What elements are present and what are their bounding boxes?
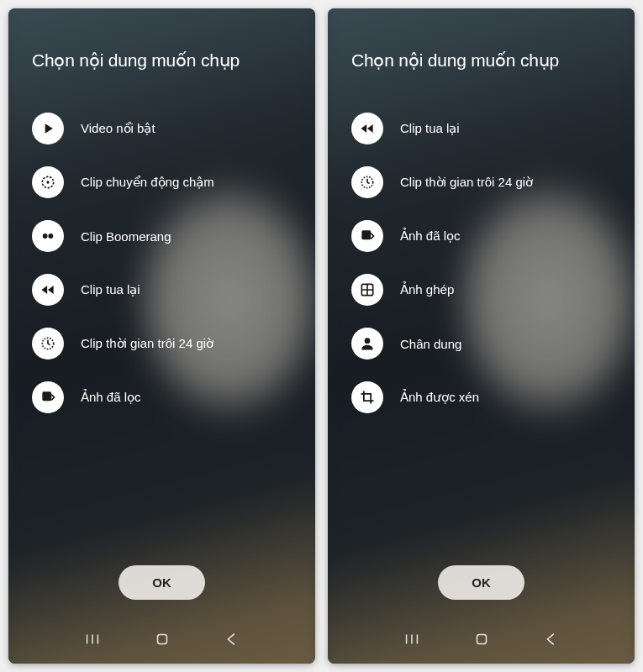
page-title: Chọn nội dung muốn chụp	[32, 50, 292, 71]
option-video-highlight[interactable]: Video nổi bật	[32, 113, 292, 144]
boomerang-icon	[32, 220, 64, 252]
option-label: Video nổi bật	[81, 121, 155, 136]
page-title: Chọn nội dung muốn chụp	[351, 50, 611, 71]
crop-icon	[351, 381, 383, 413]
option-timelapse[interactable]: Clip thời gian trôi 24 giờ	[351, 166, 611, 198]
svg-point-2	[43, 234, 48, 239]
collage-icon	[351, 274, 383, 306]
svg-point-3	[48, 234, 53, 239]
option-rewind[interactable]: Clip tua lại	[351, 113, 611, 144]
filter-icon	[32, 381, 64, 413]
svg-rect-8	[361, 230, 371, 239]
option-label: Clip thời gian trôi 24 giờ	[81, 336, 213, 351]
option-filtered[interactable]: Ảnh đã lọc	[351, 220, 611, 252]
svg-rect-6	[157, 635, 166, 644]
option-label: Clip thời gian trôi 24 giờ	[400, 175, 533, 190]
recents-button[interactable]	[83, 630, 102, 648]
option-cropped[interactable]: Ảnh được xén	[351, 381, 611, 413]
option-label: Clip Boomerang	[81, 229, 171, 244]
option-slow-motion[interactable]: Clip chuyển động chậm	[32, 166, 292, 198]
svg-rect-11	[477, 635, 486, 644]
play-icon	[32, 113, 64, 144]
home-button[interactable]	[153, 630, 171, 648]
option-portrait[interactable]: Chân dung	[351, 328, 611, 360]
option-filtered[interactable]: Ảnh đã lọc	[32, 381, 292, 413]
back-button[interactable]	[223, 630, 241, 648]
recents-button[interactable]	[403, 630, 421, 648]
android-navbar	[351, 618, 611, 664]
ok-button[interactable]: OK	[119, 565, 205, 600]
timelapse-icon	[32, 328, 64, 360]
option-label: Ảnh được xén	[400, 390, 479, 405]
slowmo-icon	[32, 166, 64, 198]
option-label: Ảnh ghép	[400, 282, 454, 297]
svg-rect-5	[42, 391, 51, 401]
option-boomerang[interactable]: Clip Boomerang	[32, 220, 292, 252]
timelapse-icon	[351, 166, 383, 198]
option-collage[interactable]: Ảnh ghép	[351, 274, 611, 306]
android-navbar	[32, 618, 292, 664]
home-button[interactable]	[472, 630, 491, 648]
option-label: Ảnh đã lọc	[81, 390, 141, 405]
option-label: Ảnh đã lọc	[400, 228, 461, 244]
rewind-icon	[32, 274, 64, 306]
ok-button[interactable]: OK	[438, 565, 524, 600]
option-label: Clip tua lại	[81, 282, 140, 297]
svg-point-10	[365, 338, 371, 344]
option-timelapse[interactable]: Clip thời gian trôi 24 giờ	[32, 328, 292, 360]
phone-screen-2: Chọn nội dung muốn chụp Clip tua lại Cli…	[328, 8, 635, 664]
option-label: Clip chuyển động chậm	[81, 175, 214, 190]
svg-point-1	[46, 181, 49, 183]
option-label: Clip tua lại	[400, 121, 460, 136]
portrait-icon	[351, 328, 383, 360]
phone-screen-1: Chọn nội dung muốn chụp Video nổi bật Cl…	[8, 8, 315, 664]
rewind-icon	[351, 113, 383, 144]
filter-icon	[351, 220, 383, 252]
option-rewind[interactable]: Clip tua lại	[32, 274, 292, 306]
option-list: Clip tua lại Clip thời gian trôi 24 giờ …	[351, 113, 611, 550]
option-list: Video nổi bật Clip chuyển động chậm Clip…	[32, 113, 292, 550]
back-button[interactable]	[542, 630, 561, 648]
option-label: Chân dung	[400, 337, 461, 351]
